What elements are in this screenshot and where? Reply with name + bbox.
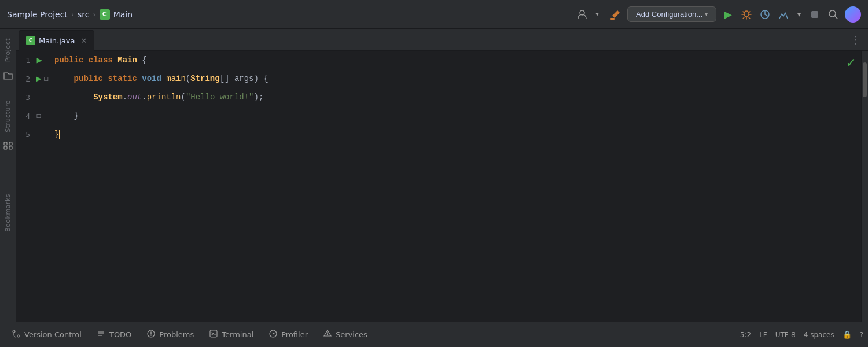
user-icon[interactable]: [575, 8, 589, 21]
user-avatar[interactable]: [845, 6, 861, 23]
bottom-tab-terminal[interactable]: Terminal: [202, 327, 260, 342]
svg-rect-4: [811, 11, 818, 18]
bottom-tab-terminal-label: Terminal: [222, 330, 253, 339]
type-string: String: [190, 74, 219, 83]
sidebar-folder-icon[interactable]: [2, 69, 14, 82]
debug-button[interactable]: [740, 8, 753, 21]
brace-close-1: }: [74, 111, 79, 120]
bottom-tab-services[interactable]: Services: [316, 327, 374, 342]
code-line-2: public static void main(String[] args) {: [50, 69, 861, 88]
svg-rect-8: [4, 146, 7, 149]
search-button[interactable]: [826, 8, 840, 21]
problems-icon: [146, 329, 156, 340]
profile-button[interactable]: [777, 8, 790, 21]
left-sidebar: Project Structure Bookmarks: [0, 29, 16, 322]
breadcrumb-src[interactable]: src: [78, 10, 89, 19]
run-dropdown-icon[interactable]: ▾: [795, 8, 803, 21]
cursor-position[interactable]: 5:2: [740, 331, 751, 339]
code-line-4: }: [50, 106, 861, 125]
build-icon[interactable]: [609, 8, 623, 21]
bottom-tab-problems-label: Problems: [159, 330, 194, 339]
breadcrumb-file[interactable]: Main: [113, 10, 133, 19]
line-number-2: 2: [16, 75, 35, 83]
breadcrumb-sep2: ›: [93, 10, 96, 19]
sidebar-tab-project[interactable]: Project: [2, 34, 14, 67]
bottom-tab-profiler-label: Profiler: [281, 330, 308, 339]
bottom-tab-todo[interactable]: TODO: [90, 327, 138, 342]
bottom-tab-profiler[interactable]: Profiler: [262, 327, 315, 342]
method-println: println: [147, 93, 181, 102]
breadcrumb: Sample Project › src › C Main: [7, 9, 133, 20]
encoding[interactable]: UTF-8: [775, 331, 796, 339]
lock-icon[interactable]: 🔒: [843, 330, 852, 339]
line-ending[interactable]: LF: [759, 331, 767, 339]
svg-point-17: [151, 335, 152, 336]
fold-line-4[interactable]: ⊟: [35, 112, 43, 120]
svg-point-11: [17, 335, 20, 337]
keyword-public-2: public: [74, 74, 108, 83]
tab-more-button[interactable]: ⋮: [846, 34, 866, 46]
gutter-line-5: 5: [16, 125, 50, 143]
breadcrumb-sep1: ›: [71, 10, 74, 19]
profiler-icon: [269, 329, 278, 340]
indent-setting[interactable]: 4 spaces: [804, 331, 834, 339]
code-line-5: }: [50, 125, 861, 143]
bottom-tab-services-label: Services: [336, 330, 367, 339]
svg-rect-2: [744, 11, 749, 17]
add-config-dropdown: ▾: [705, 11, 708, 17]
file-icon-breadcrumb: C: [100, 9, 110, 20]
svg-rect-6: [4, 142, 7, 145]
bottom-bar: Version Control TODO Problems: [0, 322, 868, 347]
sidebar-tab-structure[interactable]: Structure: [2, 95, 14, 137]
tab-main-java[interactable]: C Main.java ✕: [19, 30, 94, 51]
scrollbar-thumb[interactable]: [863, 62, 867, 97]
line-number-5: 5: [16, 130, 35, 139]
code-content[interactable]: public class Main { public static void m…: [50, 51, 861, 322]
bottom-tab-problems[interactable]: Problems: [139, 327, 201, 342]
todo-icon: [97, 329, 106, 340]
coverage-button[interactable]: [758, 8, 772, 21]
run-line-2[interactable]: ▶: [35, 75, 43, 83]
bottom-tab-version-control[interactable]: Version Control: [5, 327, 89, 342]
brace-open-1: {: [142, 56, 146, 65]
sidebar-structure-icon[interactable]: [2, 139, 14, 152]
svg-point-21: [273, 333, 274, 334]
param-args: args: [234, 74, 254, 83]
user-dropdown-icon[interactable]: ▾: [590, 8, 604, 21]
status-bar-right: 5:2 LF UTF-8 4 spaces 🔒 ?: [740, 330, 863, 339]
scrollbar-track: [862, 51, 868, 322]
tab-bar: C Main.java ✕ ⋮: [16, 29, 868, 51]
gutter-line-1: 1 ▶: [16, 51, 50, 69]
keyword-static: static: [108, 74, 142, 83]
fold-line-2[interactable]: ⊟: [43, 75, 50, 83]
code-line-1: public class Main {: [50, 51, 861, 69]
stop-button[interactable]: [808, 8, 822, 21]
gutter-line-4: 4 ⊟: [16, 106, 50, 125]
help-icon[interactable]: ?: [860, 331, 863, 339]
scrollbar[interactable]: [861, 51, 868, 322]
classname-main: Main: [117, 56, 142, 65]
keyword-class: class: [89, 56, 117, 65]
add-config-button[interactable]: Add Configuration... ▾: [627, 6, 716, 22]
method-main: main: [166, 74, 186, 83]
sidebar-tab-bookmarks[interactable]: Bookmarks: [2, 189, 14, 237]
string-hello: "Hello world!": [186, 93, 254, 102]
tab-close-button[interactable]: ✕: [80, 36, 87, 45]
titlebar: Sample Project › src › C Main ▾ Add Conf…: [0, 0, 868, 29]
line-number-3: 3: [16, 93, 35, 102]
svg-rect-7: [9, 142, 12, 145]
semicolon-1: ;: [259, 93, 263, 102]
code-line-3: System.out.println("Hello world!");: [50, 88, 861, 106]
breadcrumb-project[interactable]: Sample Project: [7, 10, 68, 19]
dot-1: .: [123, 93, 127, 102]
run-line-1[interactable]: ▶: [35, 56, 44, 64]
text-cursor: [59, 130, 60, 139]
syntax-check-icon: ✓: [846, 56, 856, 70]
paren-close-2: ): [254, 93, 259, 102]
svg-point-23: [327, 334, 328, 335]
paren-open: (: [186, 74, 190, 83]
bottom-tab-todo-label: TODO: [109, 330, 131, 339]
keyword-void: void: [142, 74, 166, 83]
code-editor: 1 ▶ 2 ▶ ⊟ 3 4 ⊟: [16, 51, 868, 322]
run-button[interactable]: ▶: [721, 8, 735, 21]
